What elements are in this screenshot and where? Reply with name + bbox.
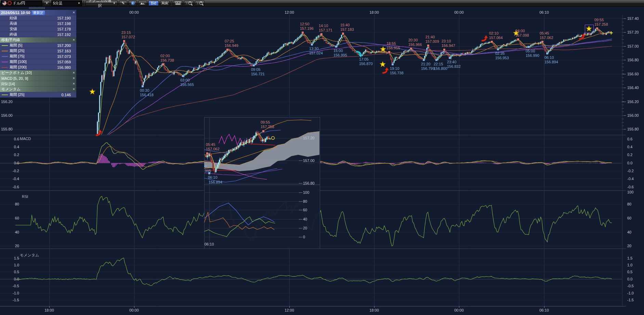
indicator-section-header: MACD [5, 20, 9]×: [0, 76, 76, 81]
row-label: 期間 [5]: [10, 43, 22, 48]
series-color-swatch: [2, 56, 8, 57]
close-icon[interactable]: ×: [73, 10, 75, 14]
close-icon[interactable]: ×: [73, 87, 75, 91]
row-label: 終値: [10, 32, 17, 37]
chevron-down-icon: ▼: [45, 2, 48, 5]
timeframe-selector[interactable]: 5分足 ▼: [51, 0, 82, 6]
close-icon[interactable]: ×: [73, 81, 75, 86]
row-label: 期間 [25]: [10, 92, 24, 97]
quote-date: 2024/06/11 10:50: [1, 11, 30, 15]
chevron-down-icon: ▼: [113, 2, 116, 5]
pair-dropdown-button[interactable]: ▼: [44, 1, 50, 6]
indicator-row: 始値157.190: [0, 15, 76, 21]
volume-chart-button[interactable]: [173, 1, 183, 6]
draw-tool-button[interactable]: ✎: [119, 1, 127, 6]
row-value: 156.980: [57, 65, 71, 70]
section-title: ピークボトム [10]: [1, 70, 32, 75]
close-icon[interactable]: ×: [73, 76, 75, 80]
row-value: 157.200: [57, 43, 71, 48]
chevron-down-icon: ▼: [78, 2, 80, 5]
histogram-icon: [175, 1, 181, 5]
section-title: モメンタム: [1, 87, 21, 92]
series-color-swatch: [2, 62, 8, 62]
toolbar-separator: [171, 1, 172, 6]
row-value: 157.198: [57, 22, 71, 26]
row-label: 期間 [200]: [10, 65, 27, 70]
row-value: 157.192: [57, 33, 71, 37]
trading-app-window: { "toolbar": { "pair_label": "ドル/円", "ti…: [0, 0, 644, 315]
series-color-swatch: [2, 67, 8, 68]
latest-bar-button[interactable]: 最新足: [32, 11, 45, 15]
toolbar-separator: [83, 1, 84, 6]
indicator-row: 期間 [100]157.059: [0, 59, 76, 65]
magnifier-plus-icon: +: [199, 1, 203, 5]
info-icon: i: [131, 1, 135, 5]
row-value: 157.059: [57, 60, 71, 64]
indicator-row: 期間 [25]0.146: [0, 92, 76, 98]
updown-arrows-icon: ↕: [186, 1, 188, 5]
close-icon[interactable]: ×: [73, 38, 75, 42]
indicator-row: 安値157.178: [0, 26, 76, 32]
inset-window[interactable]: [204, 117, 320, 249]
indicator-section-header: モメンタム×: [0, 87, 76, 92]
indicator-row: 期間 [75]157.073: [0, 54, 76, 59]
row-value: 157.178: [57, 27, 71, 31]
pencil-icon: ✎: [121, 1, 124, 5]
section-title: 移動平均線: [1, 37, 20, 42]
row-value: 157.163: [57, 49, 71, 53]
indicator-row: 期間 [200]156.980: [0, 65, 76, 70]
row-label: 期間 [100]: [10, 59, 27, 64]
row-value: 0.146: [61, 93, 71, 97]
toolbar: ドル/円 ▼ 5分足 ▼ テクニカル選択 ▼ ✎ i Bid Ask ↕: [0, 0, 644, 7]
row-label: 高値: [10, 21, 17, 26]
zoom-in-button[interactable]: ↕ +: [195, 1, 205, 6]
us-flag-icon: [2, 1, 6, 5]
section-title: RSI [14]: [1, 82, 15, 86]
technical-select-label: テクニカル選択: [88, 0, 112, 8]
indicator-row: 高値157.198: [0, 21, 76, 26]
row-value: 157.190: [57, 16, 71, 20]
ask-button[interactable]: Ask: [160, 1, 170, 6]
series-color-swatch: [2, 51, 8, 51]
indicator-section-header: RSI [14]×: [0, 81, 76, 87]
row-label: 始値: [10, 15, 17, 21]
series-color-swatch: [2, 45, 8, 46]
row-label: 安値: [10, 26, 17, 32]
indicator-row: 期間 [5]157.200: [0, 43, 76, 48]
row-value: 157.073: [57, 54, 71, 59]
indicator-section-header: 移動平均線×: [0, 37, 76, 43]
jp-flag-icon: [8, 1, 12, 5]
chart-style-button[interactable]: [138, 1, 147, 6]
row-label: 期間 [75]: [10, 54, 24, 59]
pair-label: ドル/円: [13, 1, 25, 6]
magnifier-minus-icon: −: [188, 1, 192, 5]
close-icon[interactable]: ×: [73, 71, 75, 75]
updown-arrows-icon: ↕: [197, 1, 199, 5]
zoom-out-button[interactable]: ↕ −: [184, 1, 194, 6]
indicator-row: 終値157.192: [0, 32, 76, 37]
quote-info-panel: 2024/06/11 10:50 最新足 × 始値157.190高値157.19…: [0, 10, 76, 98]
quote-panel-titlebar[interactable]: 2024/06/11 10:50 最新足 ×: [0, 10, 76, 15]
info-button[interactable]: i: [129, 1, 137, 6]
pair-selector[interactable]: ドル/円: [1, 0, 42, 6]
technical-select-button[interactable]: テクニカル選択 ▼: [86, 1, 118, 6]
section-title: MACD [5, 20, 9]: [1, 76, 28, 80]
indicator-section-header: ピークボトム [10]×: [0, 70, 76, 76]
panel-grip-handle[interactable]: [29, 7, 45, 9]
indicator-row: 期間 [25]157.163: [0, 48, 76, 54]
bid-button[interactable]: Bid: [148, 1, 159, 6]
timeframe-label: 5分足: [53, 1, 63, 6]
mountain-icon: [140, 2, 145, 5]
series-color-swatch: [2, 94, 8, 95]
row-label: 期間 [25]: [10, 48, 24, 53]
chart-canvas[interactable]: [0, 0, 644, 315]
